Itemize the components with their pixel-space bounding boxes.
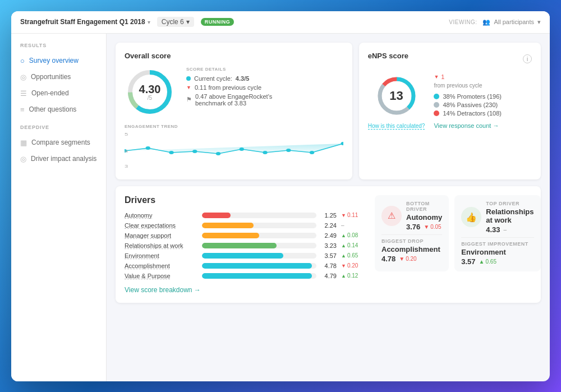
overall-score-value: 4.30 [139, 83, 161, 94]
driver-row: Manager support2.49▲0.08 [125, 232, 364, 239]
top-bar: Strangefruit Staff Engagement Q1 2018 ▾ … [11, 11, 550, 34]
enps-change-row: ▼ 1 [434, 73, 532, 80]
current-cycle-row: Current cycle: 4.3/5 [186, 75, 343, 82]
driver-bar-container [202, 233, 316, 238]
driver-impact-icon: ◎ [20, 155, 26, 163]
sidebar-label-driver-impact: Driver impact analysis [31, 155, 96, 163]
bottom-driver-info: BOTTOM DRIVER Autonomy 3.76 ▼ 0.05 [406, 201, 442, 231]
driver-bar-container [202, 263, 316, 269]
enps-passives-row: 48% Passives (230) [434, 102, 532, 108]
biggest-improvement-score: 3.57 [461, 257, 475, 266]
detractors-dot [434, 110, 439, 116]
sidebar-item-compare-segments[interactable]: ▦ Compare segments [11, 135, 106, 151]
results-section-label: RESULTS [11, 43, 106, 53]
driver-bar [202, 263, 312, 269]
drivers-layout: Drivers Autonomy1.25▼0.11Clear expectati… [125, 195, 532, 294]
biggest-improvement-score-row: 3.57 ▲ 0.65 [461, 257, 534, 266]
driver-change: ▲0.14 [341, 242, 364, 248]
driver-name[interactable]: Environment [125, 252, 197, 259]
sidebar-label-open-ended: Open-ended [31, 89, 69, 97]
trend-chart: 5 4 3 [125, 131, 343, 170]
top-driver-score-row: 4.33 – [486, 225, 534, 234]
drivers-left: Drivers Autonomy1.25▼0.11Clear expectati… [125, 195, 364, 294]
driver-name[interactable]: Autonomy [125, 212, 197, 219]
driver-change: ▲0.08 [341, 232, 364, 238]
bottom-driver-section-label: BOTTOM DRIVER [406, 201, 442, 212]
enps-promoters-row: 38% Promoters (196) [434, 93, 532, 100]
top-driver-info: TOP DRIVER Relationships at work 4.33 – [486, 201, 534, 234]
bottom-driver-change: ▼ 0.05 [424, 224, 441, 230]
driver-row: Value & Purpose4.79▲0.12 [125, 273, 364, 279]
top-driver-change: – [504, 227, 507, 233]
driver-name[interactable]: Accomplishment [125, 262, 197, 269]
driver-row: Accomplishment4.78▼0.20 [125, 262, 364, 269]
overall-score-title: Overall score [125, 52, 343, 60]
overall-score-card: Overall score 4.30 /5 [116, 43, 352, 179]
driver-name[interactable]: Value & Purpose [125, 273, 197, 279]
current-cycle-value: 4.3/5 [236, 75, 249, 82]
driver-name[interactable]: Clear expectations [125, 222, 197, 229]
driver-bar-container [202, 243, 316, 248]
driver-bar [202, 243, 277, 248]
svg-point-9 [263, 151, 267, 154]
enps-header: eNPS score i [368, 52, 532, 67]
driver-bar [202, 253, 283, 259]
svg-text:5: 5 [125, 131, 128, 136]
biggest-improvement-change: ▲ 0.65 [479, 259, 496, 265]
driver-score: 3.57 [321, 252, 337, 259]
score-details: SCORE DETAILS Current cycle: 4.3/5 ▼ 0.1… [186, 67, 343, 109]
sidebar-item-other-questions[interactable]: ≡ Other questions [11, 102, 106, 118]
sidebar-label-compare-segments: Compare segments [31, 139, 90, 146]
overall-donut-chart: 4.30 /5 [125, 67, 175, 117]
top-driver-card: 👍 TOP DRIVER Relationships at work 4.33 … [454, 195, 540, 271]
driver-score: 4.79 [321, 273, 337, 279]
view-breakdown-link[interactable]: View score breakdown → [125, 286, 364, 294]
how-calculated-link[interactable]: How is this calculated? [368, 123, 425, 130]
title-chevron: ▾ [148, 19, 150, 25]
driver-score: 1.25 [321, 212, 337, 219]
biggest-drop-section-label: BIGGEST DROP [381, 238, 442, 244]
svg-point-12 [341, 142, 343, 145]
driver-bar [202, 213, 231, 218]
current-cycle-label: Current cycle: [194, 75, 232, 82]
participants-icon: 👥 [482, 19, 490, 26]
enps-title: eNPS score [368, 52, 408, 60]
enps-down-arrow: ▼ [434, 74, 439, 80]
enps-card: eNPS score i [359, 43, 541, 179]
passives-dot [434, 102, 439, 108]
cycle-selector[interactable]: Cycle 6 ▾ [157, 17, 194, 27]
prev-cycle-arrow: ▼ [186, 85, 191, 90]
participants-label[interactable]: All participants [494, 19, 534, 25]
drivers-right: ⚠ BOTTOM DRIVER Autonomy 3.76 ▼ 0.05 [375, 195, 532, 294]
top-driver-name: Relationships at work [486, 207, 534, 224]
driver-row: Relationships at work3.23▲0.14 [125, 242, 364, 249]
sidebar-item-open-ended[interactable]: ☰ Open-ended [11, 85, 106, 102]
enps-change-value: 1 [441, 73, 444, 80]
compare-icon: ▦ [20, 139, 27, 147]
svg-point-6 [192, 150, 197, 153]
driver-bar-container [202, 223, 316, 228]
sidebar-item-survey-overview[interactable]: ○ Survey overview [11, 53, 106, 69]
sidebar-label-opportunities: Opportunities [31, 73, 71, 81]
survey-icon: ○ [20, 57, 25, 65]
driver-name[interactable]: Manager support [125, 232, 197, 239]
sidebar-item-driver-impact[interactable]: ◎ Driver impact analysis [11, 151, 106, 167]
sidebar-item-opportunities[interactable]: ◎ Opportunities [11, 69, 106, 85]
svg-text:3: 3 [125, 163, 128, 168]
driver-change: ▼0.11 [341, 212, 364, 218]
cycle-chevron: ▾ [186, 18, 190, 26]
driver-change: ▲0.65 [341, 252, 364, 259]
svg-point-4 [146, 146, 150, 150]
sidebar-label-survey-overview: Survey overview [29, 57, 79, 64]
driver-row: Environment3.57▲0.65 [125, 252, 364, 259]
participants-chevron: ▾ [537, 19, 541, 26]
current-cycle-dot [186, 76, 191, 81]
cycle-label: Cycle 6 [162, 18, 184, 26]
driver-row: Autonomy1.25▼0.11 [125, 212, 364, 219]
score-main: 4.30 /5 SCORE DETAILS Current cycle: 4.3… [125, 67, 343, 117]
overall-score-label: 4.30 /5 [139, 83, 161, 100]
view-response-link[interactable]: View response count → [434, 122, 532, 129]
info-icon[interactable]: i [523, 54, 532, 63]
prev-cycle-row: ▼ 0.11 from previous cycle [186, 84, 343, 91]
driver-name[interactable]: Relationships at work [125, 242, 197, 249]
